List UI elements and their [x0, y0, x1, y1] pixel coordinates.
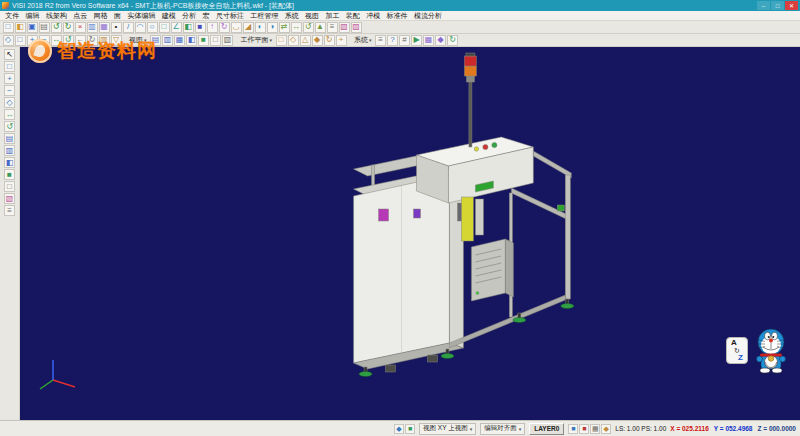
close-button[interactable]: ✕ — [785, 1, 798, 10]
menu-item[interactable]: 建模 — [159, 11, 179, 21]
orbit-tool-icon[interactable]: ↺ — [4, 121, 15, 132]
wireframe-view-icon[interactable]: □ — [210, 35, 221, 46]
surface-icon[interactable]: ◧ — [183, 22, 194, 33]
menu-item[interactable]: 点云 — [70, 11, 90, 21]
menu-item[interactable]: 模流分析 — [411, 11, 445, 21]
update-icon[interactable]: ↻ — [447, 35, 458, 46]
point-icon[interactable]: • — [111, 22, 122, 33]
menu-item[interactable]: 工程管理 — [247, 11, 281, 21]
hidden-line-view-icon[interactable]: ▧ — [222, 35, 233, 46]
mirror-icon[interactable]: ⇄ — [279, 22, 290, 33]
menu-item[interactable]: 加工 — [322, 11, 342, 21]
print-icon[interactable]: ▤ — [39, 22, 50, 33]
workplane-xy-icon[interactable]: □ — [276, 35, 287, 46]
layer-color-icon[interactable]: ■ — [568, 424, 578, 434]
open-file-icon[interactable]: ◧ — [15, 22, 26, 33]
zoom-window-icon[interactable]: □ — [15, 35, 26, 46]
minimize-button[interactable]: – — [757, 1, 770, 10]
viewport-3d[interactable]: A ↻ Z — [20, 47, 800, 420]
toolbar-group-label-workplane[interactable]: 工作平面 ▾ — [241, 35, 273, 45]
delete-icon[interactable]: × — [75, 22, 86, 33]
snap-indicator-icon[interactable]: ◆ — [394, 424, 404, 434]
help-icon[interactable]: ? — [387, 35, 398, 46]
menu-item[interactable]: 冲模 — [363, 11, 383, 21]
select-icon[interactable]: ↖ — [4, 49, 15, 60]
undo-icon[interactable]: ↺ — [51, 22, 62, 33]
shaded-view-icon[interactable]: ■ — [198, 35, 209, 46]
extrude-icon[interactable]: ↑ — [207, 22, 218, 33]
select-box-icon[interactable]: □ — [4, 61, 15, 72]
menu-item[interactable]: 视图 — [302, 11, 322, 21]
menu-item[interactable]: 实体编辑 — [124, 11, 158, 21]
iso-view-icon[interactable]: ◧ — [186, 35, 197, 46]
zoom-extents-icon[interactable]: ◇ — [4, 97, 15, 108]
selection-color-icon[interactable]: ■ — [579, 424, 589, 434]
menu-item[interactable]: 系统 — [282, 11, 302, 21]
menu-item[interactable]: 装配 — [343, 11, 363, 21]
measure-icon[interactable]: ≡ — [327, 22, 338, 33]
menu-item[interactable]: 宏 — [199, 11, 212, 21]
menu-item[interactable]: 网格 — [91, 11, 111, 21]
rotate-icon[interactable]: ↺ — [303, 22, 314, 33]
plugins-icon[interactable]: ◆ — [435, 35, 446, 46]
front-view-icon[interactable]: ▥ — [162, 35, 173, 46]
macro-run-icon[interactable]: ▶ — [411, 35, 422, 46]
workplane-origin-icon[interactable]: + — [336, 35, 347, 46]
snap-mode-icon[interactable]: ◆ — [601, 424, 611, 434]
align-plane-field[interactable]: 编辑对齐面 ▾ — [480, 423, 525, 435]
save-icon[interactable]: ▣ — [27, 22, 38, 33]
mask-icon[interactable]: ▦ — [590, 424, 600, 434]
layers-panel-icon[interactable]: ▧ — [4, 193, 15, 204]
zoom-fit-icon[interactable]: ◇ — [3, 35, 14, 46]
boolean-subtract-icon[interactable]: ◑ — [267, 22, 278, 33]
workplane-align-icon[interactable]: ◆ — [312, 35, 323, 46]
menu-item[interactable]: 尺寸标注 — [213, 11, 247, 21]
menu-item[interactable]: 标准件 — [383, 11, 410, 21]
maximize-button[interactable]: □ — [771, 1, 784, 10]
menu-item[interactable]: 文件 — [2, 11, 22, 21]
grid-indicator-icon[interactable]: ■ — [405, 424, 415, 434]
menu-item[interactable]: 编辑 — [22, 11, 42, 21]
side-view-icon[interactable]: ▦ — [174, 35, 185, 46]
iso-view-tool-icon[interactable]: ◧ — [4, 157, 15, 168]
display-settings-icon[interactable]: ≡ — [4, 205, 15, 216]
revolve-icon[interactable]: ↻ — [219, 22, 230, 33]
settings-icon[interactable]: ≡ — [375, 35, 386, 46]
boolean-union-icon[interactable]: ◐ — [255, 22, 266, 33]
polyline-icon[interactable]: ∠ — [171, 22, 182, 33]
top-view-tool-icon[interactable]: ▥ — [4, 145, 15, 156]
view-rotate-widget[interactable]: A ↻ Z — [726, 337, 748, 364]
line-icon[interactable]: / — [123, 22, 134, 33]
workplane-rotate-icon[interactable]: ↻ — [324, 35, 335, 46]
workplane-yz-icon[interactable]: △ — [300, 35, 311, 46]
rectangle-icon[interactable]: □ — [159, 22, 170, 33]
new-file-icon[interactable]: □ — [3, 22, 14, 33]
calculator-icon[interactable]: # — [399, 35, 410, 46]
layers-icon[interactable]: ▧ — [339, 22, 350, 33]
pan-tool-icon[interactable]: ↔ — [4, 109, 15, 120]
database-icon[interactable]: ▦ — [423, 35, 434, 46]
move-icon[interactable]: ↔ — [291, 22, 302, 33]
chamfer-icon[interactable]: ◢ — [243, 22, 254, 33]
redo-icon[interactable]: ↻ — [63, 22, 74, 33]
wireframe-mode-icon[interactable]: □ — [4, 181, 15, 192]
zoom-out-tool-icon[interactable]: − — [4, 85, 15, 96]
properties-icon[interactable]: ▨ — [351, 22, 362, 33]
paste-icon[interactable]: ▦ — [99, 22, 110, 33]
menu-item[interactable]: 分析 — [179, 11, 199, 21]
layer-button[interactable]: LAYER0 — [529, 423, 564, 435]
copy-icon[interactable]: ▥ — [87, 22, 98, 33]
circle-icon[interactable]: ○ — [147, 22, 158, 33]
workplane-view-field[interactable]: 视图 XY 上视图 ▾ — [419, 423, 476, 435]
zoom-in-tool-icon[interactable]: + — [4, 73, 15, 84]
menu-item[interactable]: 线架构 — [43, 11, 70, 21]
arc-icon[interactable]: ◠ — [135, 22, 146, 33]
workplane-xz-icon[interactable]: ◇ — [288, 35, 299, 46]
scale-icon[interactable]: ▲ — [315, 22, 326, 33]
front-view-tool-icon[interactable]: ▤ — [4, 133, 15, 144]
fillet-icon[interactable]: ◡ — [231, 22, 242, 33]
toolbar-group-label-system[interactable]: 系统 ▾ — [354, 35, 372, 45]
menu-item[interactable]: 面 — [111, 11, 124, 21]
shaded-mode-icon[interactable]: ■ — [4, 169, 15, 180]
solid-icon[interactable]: ■ — [195, 22, 206, 33]
